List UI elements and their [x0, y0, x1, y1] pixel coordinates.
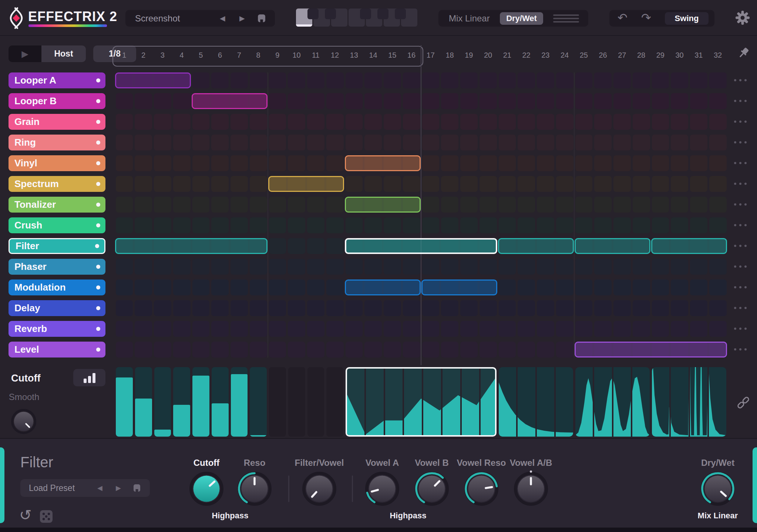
grid-cell[interactable]: [480, 93, 497, 109]
grid-cell[interactable]: [231, 72, 248, 88]
env-bar-step-1[interactable]: [116, 367, 133, 437]
grid-cell[interactable]: [613, 217, 631, 233]
grid-cell[interactable]: [441, 259, 458, 275]
knob-dry-wet[interactable]: [699, 470, 736, 507]
grid-cell[interactable]: [671, 93, 688, 109]
grid-cell[interactable]: [231, 176, 248, 192]
grid-cell[interactable]: [326, 93, 344, 109]
grid-cell[interactable]: [135, 197, 152, 213]
row-menu-button[interactable]: [734, 203, 750, 207]
grid-cell[interactable]: [671, 135, 688, 150]
env-bar-step-6[interactable]: [212, 367, 229, 437]
block-modulation-13[interactable]: [345, 279, 421, 295]
grid-cell[interactable]: [384, 217, 401, 233]
grid-cell[interactable]: [154, 259, 171, 275]
grid-cell[interactable]: [307, 217, 324, 233]
grid-cell[interactable]: [690, 72, 707, 88]
env-curve-block-21[interactable]: [499, 367, 573, 437]
grid-cell[interactable]: [269, 93, 286, 109]
grid-cell[interactable]: [594, 72, 612, 88]
grid-cell[interactable]: [269, 114, 286, 130]
grid-cell[interactable]: [288, 217, 305, 233]
pattern-blackkey-3[interactable]: [360, 9, 371, 19]
panel-preset-prev-button[interactable]: ◀: [97, 484, 102, 492]
grid-cell[interactable]: [288, 279, 305, 295]
grid-cell[interactable]: [709, 93, 727, 109]
grid-cell[interactable]: [250, 300, 267, 316]
grid-cell[interactable]: [518, 217, 535, 233]
grid-cell[interactable]: [269, 135, 286, 150]
grid-cell[interactable]: [384, 321, 401, 337]
block-filter-13[interactable]: [345, 238, 497, 254]
grid-cell[interactable]: [709, 155, 727, 171]
effect-enable-dot[interactable]: [96, 223, 100, 227]
grid-cell[interactable]: [422, 135, 440, 150]
grid-cell[interactable]: [441, 197, 458, 213]
grid-cell[interactable]: [346, 259, 363, 275]
panel-preset-next-button[interactable]: ▶: [116, 484, 121, 492]
grid-cell[interactable]: [326, 279, 344, 295]
grid-cell[interactable]: [403, 176, 420, 192]
grid-cell[interactable]: [326, 342, 344, 358]
grid-cell[interactable]: [480, 300, 497, 316]
grid-cell[interactable]: [690, 259, 707, 275]
grid-cell[interactable]: [671, 197, 688, 213]
row-menu-button[interactable]: [734, 307, 750, 311]
grid-cell[interactable]: [633, 259, 650, 275]
grid-cell[interactable]: [556, 176, 573, 192]
grid-cell[interactable]: [460, 155, 478, 171]
grid-cell[interactable]: [499, 342, 516, 358]
grid-cell[interactable]: [364, 342, 382, 358]
grid-cell[interactable]: [364, 321, 382, 337]
grid-cell[interactable]: [173, 114, 191, 130]
grid-cell[interactable]: [575, 176, 593, 192]
grid-cell[interactable]: [594, 300, 612, 316]
grid-cell[interactable]: [135, 300, 152, 316]
grid-cell[interactable]: [384, 259, 401, 275]
block-filter-1[interactable]: [115, 238, 268, 254]
grid-cell[interactable]: [135, 176, 152, 192]
grid-cell[interactable]: [499, 259, 516, 275]
effect-enable-dot[interactable]: [96, 348, 100, 352]
grid-cell[interactable]: [135, 93, 152, 109]
knob-vowel-reso[interactable]: [463, 470, 500, 507]
row-menu-button[interactable]: [734, 224, 750, 228]
grid-cell[interactable]: [518, 300, 535, 316]
grid-cell[interactable]: [422, 300, 440, 316]
row-menu-button[interactable]: [734, 79, 750, 83]
grid-cell[interactable]: [633, 321, 650, 337]
grid-cell[interactable]: [652, 155, 669, 171]
grid-cell[interactable]: [671, 321, 688, 337]
grid-cell[interactable]: [288, 155, 305, 171]
effect-enable-dot[interactable]: [96, 161, 100, 165]
grid-cell[interactable]: [499, 135, 516, 150]
grid-cell[interactable]: [575, 72, 593, 88]
grid-cell[interactable]: [460, 93, 478, 109]
panel-reset-icon[interactable]: ↺: [19, 506, 32, 523]
grid-cell[interactable]: [556, 72, 573, 88]
grid-cell[interactable]: [652, 300, 669, 316]
grid-cell[interactable]: [633, 217, 650, 233]
grid-cell[interactable]: [346, 135, 363, 150]
grid-cell[interactable]: [556, 321, 573, 337]
grid-cell[interactable]: [594, 176, 612, 192]
grid-cell[interactable]: [633, 176, 650, 192]
grid-cell[interactable]: [307, 321, 324, 337]
grid-cell[interactable]: [537, 114, 554, 130]
preset-name[interactable]: Screenshot: [135, 13, 180, 24]
grid-cell[interactable]: [346, 114, 363, 130]
grid-cell[interactable]: [192, 259, 210, 275]
grid-cell[interactable]: [441, 300, 458, 316]
grid-cell[interactable]: [518, 321, 535, 337]
grid-cell[interactable]: [575, 321, 593, 337]
grid-cell[interactable]: [480, 321, 497, 337]
pattern-blackkey-5[interactable]: [395, 9, 406, 19]
grid-cell[interactable]: [613, 135, 631, 150]
grid-cell[interactable]: [154, 197, 171, 213]
grid-cell[interactable]: [671, 217, 688, 233]
grid-cell[interactable]: [250, 259, 267, 275]
grid-cell[interactable]: [173, 155, 191, 171]
grid-cell[interactable]: [192, 72, 210, 88]
grid-cell[interactable]: [326, 300, 344, 316]
grid-cell[interactable]: [480, 135, 497, 150]
